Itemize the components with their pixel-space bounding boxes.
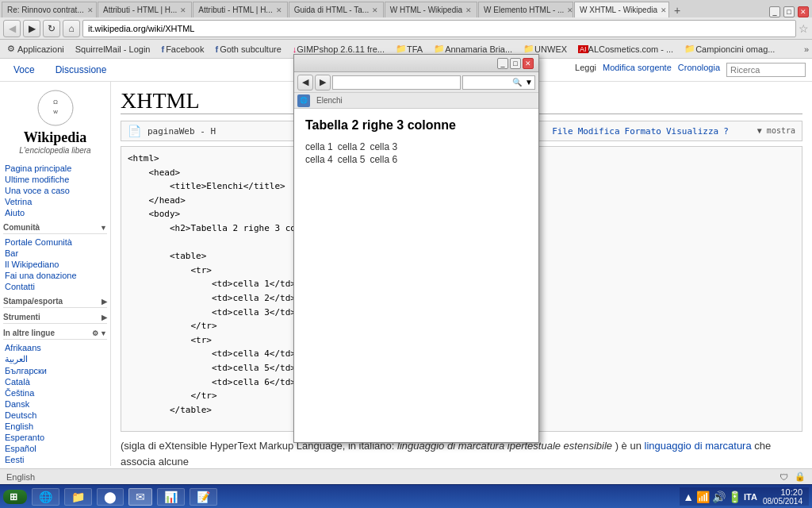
sidebar-item-ultime-modifiche[interactable]: Ultime modifiche [3,174,107,185]
source-formato-menu[interactable]: Formato [625,126,661,137]
bookmark-star-icon[interactable]: ☆ [799,22,809,35]
sidebar-lang-esperanto[interactable]: Esperanto [3,432,107,443]
sidebar-item-contatti[interactable]: Contatti [3,281,107,292]
sidebar-item-una-voce[interactable]: Una voce a caso [3,185,107,196]
sidebar-stampa-toggle[interactable]: ▶ [102,298,107,306]
floating-search-dropdown[interactable]: ▼ [523,78,534,87]
sidebar-lang-euskara[interactable]: Euskara [3,465,107,466]
back-button[interactable]: ◀ [3,20,21,37]
source-visualizza-menu[interactable]: Visualizza [666,126,718,137]
bookmark-applicazioni[interactable]: ⚙ Applicazioni [3,43,68,55]
taskbar-word[interactable]: 📝 [190,488,217,506]
tab-3-close[interactable]: ✕ [276,6,282,14]
bookmark-annamaria[interactable]: 📁 Annamaria Bria... [430,43,516,55]
close-button[interactable]: ✕ [798,6,809,17]
taskbar-ppt[interactable]: 📊 [157,488,185,506]
sidebar-lang-espanol[interactable]: Español [3,443,107,454]
sidebar-lang-arabic[interactable]: العربية [3,353,107,365]
taskbar-mail[interactable]: ✉ [128,488,152,506]
sidebar-stampa-section: Stampa/esporta ▶ [3,297,107,308]
sidebar-lang-eesti[interactable]: Eesti [3,454,107,465]
forward-button[interactable]: ▶ [23,20,40,37]
sidebar-item-pagina-principale[interactable]: Pagina principale [3,163,107,174]
sidebar-lang-deutsch[interactable]: Deutsch [3,410,107,421]
sidebar-lang-catala[interactable]: Català [3,376,107,387]
floating-search-icon[interactable]: 🔍 [511,78,523,87]
floating-forward-button[interactable]: ▶ [315,75,331,90]
tab-1[interactable]: Re: Rinnovo contrat... ✕ [2,2,97,17]
source-help[interactable]: ? [723,126,729,137]
bookmark-alcosmetics[interactable]: AI ALCosmetics.com - ... [574,44,677,55]
intro-link-marcatura[interactable]: linguaggio di marcatura [645,440,752,452]
source-modifica-menu[interactable]: Modifica [578,126,620,137]
sidebar-item-portale[interactable]: Portale Comunità [3,237,107,248]
tab-5[interactable]: W HTML - Wikipedia ✕ [385,2,477,17]
new-tab-button[interactable]: + [670,3,684,17]
bookmark-unwex[interactable]: 📁 UNWEX [519,43,571,55]
sidebar-lang-cestina[interactable]: Čeština [3,387,107,398]
floating-search-input[interactable] [463,78,511,87]
tab-1-close[interactable]: ✕ [87,6,94,14]
action-modifica[interactable]: Modifica sorgente [603,63,672,77]
sidebar-lang-afrikaans[interactable]: Afrikaans [3,342,107,353]
sidebar-lang-dansk[interactable]: Dansk [3,398,107,410]
taskbar-explorer[interactable]: 📁 [64,488,92,506]
table-row-2: cella 4 cella 5 cella 6 [305,153,402,166]
floating-back-button[interactable]: ◀ [297,75,313,90]
tab-2[interactable]: Attributi - HTML | H... ✕ [98,2,192,17]
sidebar-languages-toggle[interactable]: ⚙ ▼ [92,329,107,337]
floating-close-button[interactable]: ✕ [523,58,534,69]
sidebar-item-bar[interactable]: Bar [3,248,107,259]
tab-4[interactable]: Guida di HTML - Ta... ✕ [289,2,384,17]
sidebar-item-aiuto[interactable]: Aiuto [3,207,107,218]
source-file-menu[interactable]: File [552,126,573,137]
sidebar-item-vetrina[interactable]: Vetrina [3,196,107,207]
wiki-search-input[interactable] [726,63,806,77]
tab-7-close[interactable]: ✕ [661,6,667,14]
tab-6[interactable]: W Elemento HTML - ... ✕ [478,2,573,17]
show-toggle[interactable]: ▼ mostra [757,126,795,137]
tray-language[interactable]: ITA [744,492,757,502]
floating-maximize-button[interactable]: □ [510,58,521,69]
status-language: English [6,472,779,482]
floating-address-bar[interactable] [332,75,461,90]
minimize-button[interactable]: _ [769,6,780,17]
sidebar-languages-section: In altre lingue ⚙ ▼ Afrikaans العربية Бъ… [3,329,107,466]
taskbar-chrome[interactable]: ⬤ [97,488,124,506]
svg-point-0 [38,90,73,125]
taskbar-ie[interactable]: 🌐 [32,488,59,506]
sidebar-lang-english[interactable]: English [3,421,107,432]
tab-2-close[interactable]: ✕ [180,6,186,14]
tab-3[interactable]: Attributi - HTML | H... ✕ [193,2,287,17]
sidebar-strumenti-toggle[interactable]: ▶ [102,314,107,321]
folder-icon: 📁 [396,44,407,54]
bookmark-squirrelmail[interactable]: SquirrelMail - Login [71,44,155,55]
maximize-button[interactable]: □ [783,6,795,17]
tab-6-close[interactable]: ✕ [567,6,573,14]
action-leggi[interactable]: Leggi [575,63,596,77]
word-icon: 📝 [197,491,210,503]
bookmark-campioncini[interactable]: 📁 Campioncini omag... [680,43,779,55]
sidebar-item-wikipediano[interactable]: Il Wikipediano [3,259,107,270]
tab-4-close[interactable]: ✕ [372,6,378,14]
bookmark-goth[interactable]: f Goth subculture [211,44,285,55]
action-cronologia[interactable]: Cronologia [678,63,720,77]
sidebar-community-toggle[interactable]: ▼ [100,224,107,232]
intro-text-3: ) è un [615,440,645,452]
home-button[interactable]: ⌂ [63,20,80,37]
bookmark-gimpshop[interactable]: ↓ GIMPshop 2.6.11 fre... [289,44,389,55]
start-button[interactable]: ⊞ [3,490,27,504]
refresh-button[interactable]: ↻ [43,20,60,37]
tab-7[interactable]: W XHTML - Wikipedia ✕ [574,2,669,17]
address-bar[interactable] [82,20,796,37]
bookmark-tfa[interactable]: 📁 TFA [392,43,427,55]
sidebar-strumenti-section: Strumenti ▶ [3,313,107,324]
bookmark-facebook[interactable]: f Facebook [157,44,208,55]
sidebar-lang-bulgarian[interactable]: Български [3,365,107,376]
floating-minimize-button[interactable]: _ [497,58,508,69]
bookmarks-more[interactable]: » [804,44,809,54]
tab-discussione[interactable]: Discussione [48,60,114,79]
sidebar-item-donazione[interactable]: Fai una donazione [3,270,107,281]
tab-5-close[interactable]: ✕ [465,6,472,14]
tab-voce[interactable]: Voce [6,60,42,79]
